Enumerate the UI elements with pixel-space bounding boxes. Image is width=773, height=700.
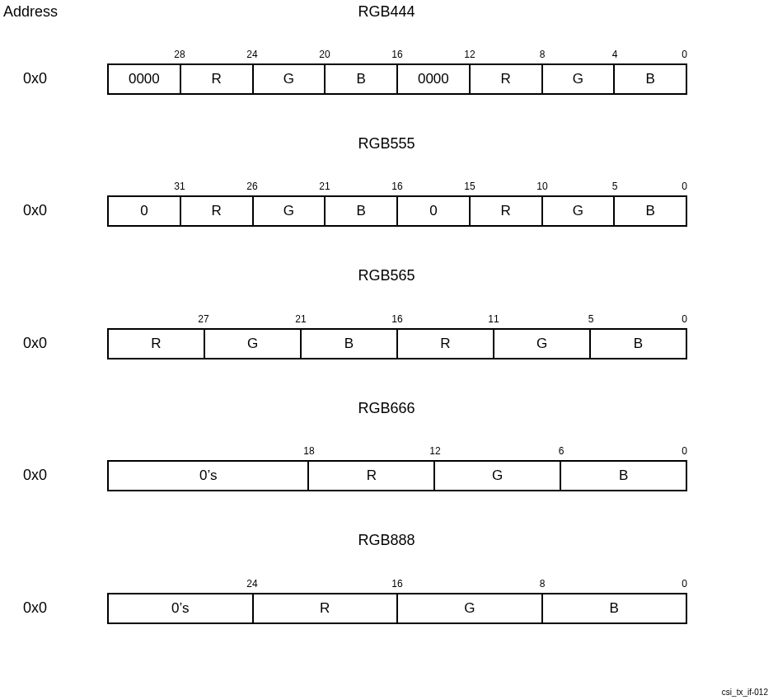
bit-index-label: 21	[295, 313, 306, 325]
bitfield-cell: G	[205, 330, 302, 358]
format-title: RGB444	[0, 3, 773, 21]
format-title: RGB565	[0, 267, 773, 284]
bitfield-cell: B	[561, 462, 686, 490]
bitfield-cell: 0	[109, 197, 181, 225]
bitfield-cell: R	[398, 330, 494, 358]
bitfield-row: 0RGB0RGB	[107, 195, 687, 227]
bit-index-label: 11	[488, 313, 499, 325]
bit-index-label: 16	[391, 313, 402, 325]
bit-index-label: 5	[588, 313, 594, 325]
bit-index-label: 15	[464, 181, 475, 192]
bit-index-label: 21	[319, 181, 330, 192]
bitfield-cell: G	[254, 65, 326, 93]
bit-index-label: 0	[682, 49, 687, 60]
bit-index-label: 16	[391, 49, 402, 60]
bitfield-cell: R	[309, 462, 435, 490]
bit-index-label: 5	[612, 181, 618, 192]
bitfield-cell: B	[591, 330, 686, 358]
bitfield-cell: B	[326, 197, 398, 225]
figure-id-footer: csi_tx_if-012	[722, 688, 768, 697]
bit-index-label: 31	[174, 181, 185, 192]
bitfield-row: 0’sRGB	[107, 460, 687, 491]
bitfield-cell: G	[398, 594, 543, 622]
address-label: 0x0	[23, 599, 47, 617]
bit-index-label: 0	[682, 445, 687, 457]
bitfield-cell: B	[543, 594, 686, 622]
bitfield-cell: G	[494, 330, 591, 358]
bit-index-label: 24	[246, 578, 257, 590]
address-label: 0x0	[23, 70, 47, 87]
bitfield-cell: G	[435, 462, 561, 490]
bitfield-cell: R	[471, 65, 543, 93]
bitfield-cell: G	[254, 197, 326, 225]
bit-index-label: 16	[391, 181, 402, 192]
bit-index-label: 8	[540, 49, 546, 60]
bit-index-label: 26	[246, 181, 257, 192]
bit-index-label: 10	[536, 181, 547, 192]
bitfield-cell: 0’s	[109, 462, 309, 490]
format-title: RGB555	[0, 135, 773, 153]
bit-index-label: 12	[464, 49, 475, 60]
bit-index-label: 24	[246, 49, 257, 60]
bitfield-row: RGBRGB	[107, 328, 687, 359]
bitfield-cell: R	[109, 330, 205, 358]
bit-index-label: 12	[429, 445, 440, 457]
bitfield-cell: R	[181, 197, 254, 225]
bitfield-cell: B	[326, 65, 398, 93]
address-label: 0x0	[23, 335, 47, 352]
bitfield-row: 0000RGB0000RGB	[107, 63, 687, 95]
bit-index-label: 16	[391, 578, 402, 590]
bit-index-label: 27	[198, 313, 208, 325]
bitfield-cell: B	[615, 65, 686, 93]
bitfield-cell: 0000	[398, 65, 471, 93]
bitfield-cell: 0	[398, 197, 471, 225]
address-label: 0x0	[23, 467, 47, 484]
address-label: 0x0	[23, 202, 47, 219]
bitfield-cell: R	[181, 65, 254, 93]
bit-index-label: 28	[174, 49, 185, 60]
bit-index-label: 0	[682, 313, 687, 325]
bit-index-label: 18	[303, 445, 314, 457]
bit-index-label: 0	[682, 181, 687, 192]
bit-index-label: 8	[540, 578, 546, 590]
bitfield-row: 0’sRGB	[107, 593, 687, 624]
bit-index-label: 20	[319, 49, 330, 60]
format-title: RGB888	[0, 532, 773, 549]
bit-index-label: 0	[682, 578, 687, 590]
page: Address RGB4440x028242016128400000RGB000…	[0, 0, 773, 700]
bitfield-cell: B	[302, 330, 398, 358]
format-title: RGB666	[0, 400, 773, 417]
bitfield-cell: R	[471, 197, 543, 225]
bitfield-cell: 0’s	[109, 594, 254, 622]
bitfield-cell: 0000	[109, 65, 181, 93]
bitfield-cell: G	[543, 65, 616, 93]
bit-index-label: 6	[559, 445, 565, 457]
bit-index-label: 4	[612, 49, 618, 60]
bitfield-cell: G	[543, 197, 616, 225]
bitfield-cell: B	[615, 197, 686, 225]
bitfield-cell: R	[254, 594, 399, 622]
